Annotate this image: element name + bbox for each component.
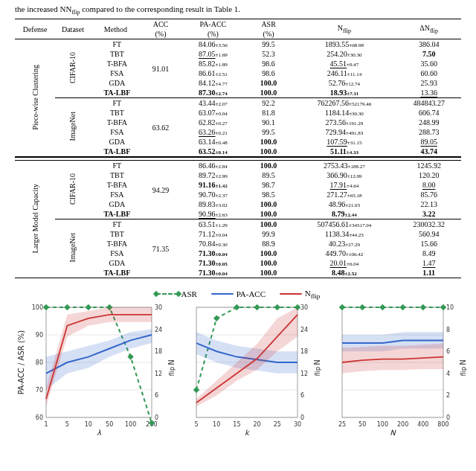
svg-text:100: 100 [377,421,388,428]
svg-text:400: 400 [417,421,428,428]
svg-text:1: 1 [44,421,48,428]
svg-rect-57 [254,304,260,310]
svg-rect-27 [43,304,49,310]
svg-text:30: 30 [155,304,162,311]
svg-text:25: 25 [274,421,281,428]
svg-text:80: 80 [36,359,43,366]
svg-rect-58 [274,304,280,310]
svg-text:30: 30 [294,421,301,428]
svg-text:10: 10 [85,421,92,428]
svg-text:12: 12 [300,371,308,377]
svg-text:N: N [459,359,467,365]
svg-text:10: 10 [446,304,454,311]
svg-text:12: 12 [155,371,162,377]
svg-text:5: 5 [194,421,198,428]
svg-text:50: 50 [106,421,113,428]
svg-text:0: 0 [155,414,158,421]
svg-text:0: 0 [300,414,304,421]
svg-rect-85 [420,304,426,310]
chart-N: 0246810Nflip2550100200400800N [329,303,470,437]
svg-text:60: 60 [36,414,43,421]
svg-text:25: 25 [338,421,346,428]
svg-text:10: 10 [213,421,220,428]
svg-text:90: 90 [36,332,43,339]
table-caption-fragment: the increased NNflip compared to the cor… [15,4,461,16]
results-table: DefenseDatasetMethodACCPA-ACCASRNflipΔNf… [15,19,461,278]
caption-text-2: compared to the corresponding result in … [80,4,240,13]
chart-panel: ASR PA-ACC Nflip 60708090100PA-ACC / ASR… [15,287,461,438]
svg-text:15: 15 [233,421,240,428]
svg-text:100: 100 [125,421,136,428]
svg-text:flip: flip [315,367,321,376]
svg-text:100: 100 [32,304,43,311]
svg-text:4: 4 [446,371,450,377]
svg-text:PA-ACC / ASR (%): PA-ACC / ASR (%) [17,330,25,394]
chart-legend: ASR PA-ACC Nflip [15,287,461,300]
svg-text:800: 800 [437,421,448,428]
legend-asr: ASR [156,289,197,298]
legend-nflip: Nflip [280,289,321,300]
svg-text:flip: flip [460,367,467,376]
svg-rect-81 [339,304,345,310]
svg-rect-31 [127,353,133,359]
svg-rect-56 [234,304,239,310]
svg-text:N: N [313,359,321,365]
svg-rect-84 [399,304,405,310]
svg-text:N: N [167,359,176,365]
nflip-sub: flip [71,9,80,16]
svg-text:k: k [245,429,251,437]
svg-text:24: 24 [300,326,308,333]
svg-text:30: 30 [300,304,308,311]
svg-text:20: 20 [254,421,261,428]
svg-rect-54 [193,387,199,393]
svg-text:8: 8 [446,326,450,333]
caption-text: the increased N [15,4,65,13]
svg-rect-86 [440,304,446,310]
svg-text:70: 70 [36,387,43,394]
svg-text:200: 200 [397,421,408,428]
svg-text:18: 18 [300,348,308,355]
svg-text:2: 2 [446,392,450,399]
chart-k: 0612182430Nflip51015202530k [183,303,324,437]
svg-rect-82 [359,304,365,310]
svg-text:6: 6 [300,392,304,399]
svg-text:24: 24 [155,326,162,333]
svg-text:λ: λ [97,429,101,437]
legend-paacc: PA-ACC [211,289,266,298]
svg-rect-29 [86,304,91,310]
svg-rect-55 [213,315,219,321]
svg-text:6: 6 [446,348,450,355]
chart-lambda: 60708090100PA-ACC / ASR (%)0612182430Nfl… [15,303,178,437]
svg-text:50: 50 [358,421,366,428]
svg-rect-83 [379,304,385,310]
svg-text:6: 6 [155,392,158,399]
svg-text:N: N [390,429,396,437]
svg-text:18: 18 [155,348,162,355]
svg-text:0: 0 [446,414,450,421]
svg-text:5: 5 [65,421,69,428]
svg-rect-28 [64,304,70,310]
svg-text:flip: flip [169,367,176,376]
